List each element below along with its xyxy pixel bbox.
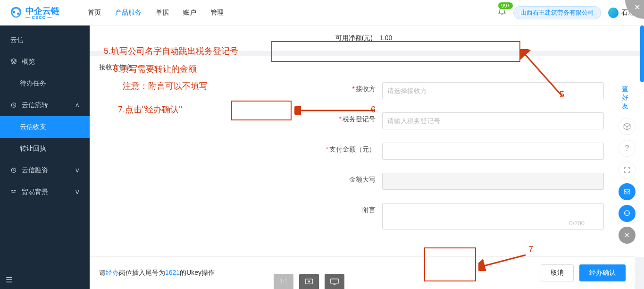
logo-icon <box>9 6 23 19</box>
sidebar-item-tasks[interactable]: 待办任务 <box>0 73 90 94</box>
svg-line-6 <box>524 53 562 96</box>
sidebar-item-trade[interactable]: 贸易背景 ᐯ <box>0 181 90 203</box>
sidebar: 云信 概览 待办任务 云信流转 ᐱ 云信收支 转让回执 云信融资 ᐯ 贸易背景 … <box>0 26 90 289</box>
annotation-7: 7.点击"经办确认" <box>118 104 182 115</box>
main: 云信 概览 待办任务 云信流转 ᐱ 云信收支 转让回执 云信融资 ᐯ 贸易背景 … <box>0 26 644 289</box>
tax-input[interactable] <box>382 112 604 129</box>
svg-point-18 <box>627 212 627 213</box>
cancel-button[interactable]: 取消 <box>541 264 574 281</box>
confirm-button[interactable]: 经办确认 <box>579 264 626 281</box>
sidebar-item-yunxin[interactable]: 云信 <box>0 29 90 51</box>
zoom-fit-button[interactable] <box>299 274 319 289</box>
recipient-section: 接收方信息 *接收方 查好友 *税务登记号 *支付金额（元） 金额大写 <box>90 56 644 257</box>
sidebar-item-label: 概览 <box>22 58 35 66</box>
annotation-6: 6.填写需要转让的金额 <box>113 63 197 75</box>
layers-icon <box>10 58 17 66</box>
rail-fullscreen-button[interactable] <box>619 162 636 178</box>
amount-caps-input[interactable] <box>382 173 604 190</box>
sidebar-item-label: 转让回执 <box>20 144 46 153</box>
sidebar-item-label: 云信融资 <box>22 166 48 175</box>
svg-point-17 <box>625 212 626 213</box>
memo-char-count: 0/200 <box>569 220 585 227</box>
bell-icon <box>498 8 506 17</box>
annotation-arrow-7 <box>478 252 530 271</box>
header-right: 99+ 山西石王建筑劳务有限公司 石瑶 <box>498 6 635 19</box>
memo-row: 附言 0/200 <box>99 203 635 230</box>
logo[interactable]: 中企云链 — CSCC — <box>9 5 59 20</box>
rail-close-button[interactable]: ✕ <box>619 227 636 244</box>
svg-line-10 <box>482 255 526 266</box>
zoom-screen-button[interactable] <box>325 274 344 289</box>
content: 可用净额(元) 1.00 接收方信息 *接收方 查好友 *税务登记号 *支付金额… <box>90 26 644 289</box>
memo-label: 附言 <box>99 203 382 214</box>
amount-caps-row: 金额大写 <box>99 173 635 190</box>
sidebar-collapse-button[interactable]: ☰ <box>6 275 12 284</box>
top-nav: 首页 产品服务 单据 账户 管理 <box>88 6 224 19</box>
recipient-input[interactable] <box>382 82 604 99</box>
annotation-num-6: 6 <box>371 105 376 115</box>
sidebar-item-label: 待办任务 <box>20 79 46 88</box>
company-selector[interactable]: 山西石王建筑劳务有限公司 <box>513 6 601 19</box>
svg-point-0 <box>13 11 15 13</box>
sidebar-item-financing[interactable]: 云信融资 ᐯ <box>0 160 90 181</box>
amount-input[interactable] <box>382 143 604 160</box>
scrollbar-thumb[interactable] <box>640 26 644 82</box>
sidebar-item-transfer[interactable]: 云信流转 ᐱ <box>0 94 90 116</box>
nav-manage[interactable]: 管理 <box>210 6 224 19</box>
check-friends-link[interactable]: 查好友 <box>622 85 635 110</box>
waves-icon <box>10 188 17 196</box>
nav-documents[interactable]: 单据 <box>156 6 169 19</box>
svg-point-19 <box>628 212 629 213</box>
sidebar-item-overview[interactable]: 概览 <box>0 51 90 73</box>
notification-bell[interactable]: 99+ <box>498 7 506 18</box>
chevron-down-icon: ᐯ <box>75 168 79 174</box>
svg-rect-15 <box>624 190 630 194</box>
image-viewer-toolbar: 1:1 <box>274 274 344 289</box>
notification-badge: 99+ <box>498 2 513 9</box>
rail-chat-button[interactable] <box>619 205 636 222</box>
amount-row: *支付金额（元） <box>99 143 635 160</box>
amount-caps-label: 金额大写 <box>99 173 382 184</box>
annotation-6b: 注意：附言可以不填写 <box>123 80 208 92</box>
help-rail: ? ✕ <box>619 118 636 244</box>
annotation-num-7: 7 <box>528 245 533 255</box>
zoom-actual-button[interactable]: 1:1 <box>274 274 293 289</box>
sidebar-item-income-expense[interactable]: 云信收支 <box>0 116 90 138</box>
avatar <box>608 8 619 18</box>
annotation-num-5: 5 <box>560 90 564 100</box>
sidebar-item-label: 云信收支 <box>20 123 46 131</box>
sidebar-item-label: 云信流转 <box>22 101 48 110</box>
rail-mail-button[interactable] <box>619 183 636 200</box>
annotation-box-recipient <box>271 41 520 62</box>
sidebar-item-label: 云信 <box>10 36 24 44</box>
footer-ukey-text: 请经办岗位插入尾号为1621的Ukey操作 <box>99 269 215 277</box>
amount-label: *支付金额（元） <box>99 143 382 154</box>
annotation-box-amount <box>231 101 292 120</box>
svg-rect-13 <box>331 279 339 283</box>
rail-cube-button[interactable] <box>619 118 636 135</box>
nav-products[interactable]: 产品服务 <box>115 6 142 19</box>
sidebar-item-label: 贸易背景 <box>22 188 48 196</box>
rail-help-button[interactable]: ? <box>619 140 636 157</box>
dashboard-icon <box>10 102 17 110</box>
chevron-down-icon: ᐯ <box>75 189 79 196</box>
svg-point-12 <box>309 281 310 282</box>
chevron-up-icon: ᐱ <box>75 102 79 109</box>
footer: 请经办岗位插入尾号为1621的Ukey操作 取消 经办确认 <box>90 256 635 289</box>
svg-point-1 <box>17 12 19 14</box>
dashboard-icon <box>10 167 17 175</box>
annotation-5: 5.填写公司名字自动跳出税务登记号 <box>104 45 238 57</box>
sidebar-item-receipts[interactable]: 转让回执 <box>0 138 90 160</box>
header: 中企云链 — CSCC — 首页 产品服务 单据 账户 管理 99+ 山西石王建… <box>0 0 644 26</box>
annotation-box-confirm <box>424 247 476 281</box>
nav-account[interactable]: 账户 <box>183 6 196 19</box>
nav-home[interactable]: 首页 <box>88 6 101 19</box>
svg-marker-2 <box>11 59 17 61</box>
annotation-arrow-6 <box>294 106 379 115</box>
